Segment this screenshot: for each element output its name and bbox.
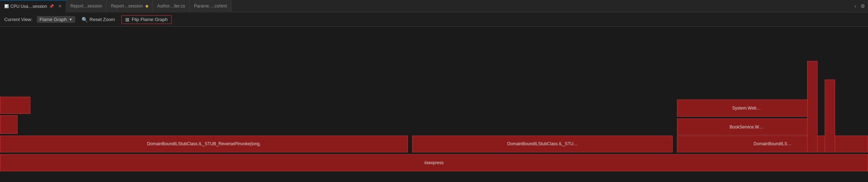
tab-settings-button[interactable]: ⚙ bbox=[859, 2, 867, 10]
pin-icon: 📌 bbox=[49, 4, 54, 8]
flame-graph-area: iisexpress DomainBoundILStubClass.IL_STU… bbox=[0, 27, 868, 182]
tab-cpu-session[interactable]: 📊 CPU Usa…session 📌 ✕ bbox=[0, 0, 66, 12]
bar-domain2-label: DomainBoundILStubClass.IL_STU… bbox=[507, 141, 578, 146]
chevron-down-icon: ▼ bbox=[69, 17, 72, 21]
tab-icon-cpu: 📊 bbox=[4, 4, 9, 8]
current-view-label: Current View: bbox=[4, 17, 33, 22]
bar-systemweb[interactable]: System.Web… bbox=[677, 100, 816, 117]
zoom-icon: 🔍 bbox=[82, 17, 88, 22]
tab-label-author: Author…ller.cs bbox=[157, 4, 185, 9]
bar-small1[interactable] bbox=[0, 97, 30, 114]
reset-zoom-button[interactable]: 🔍 Reset Zoom bbox=[79, 16, 117, 23]
tab-report1[interactable]: Report…session bbox=[66, 0, 107, 12]
bar-small2[interactable] bbox=[0, 115, 18, 134]
bar-domain1-label: DomainBoundILStubClass.IL_STUB_ReversePI… bbox=[147, 141, 261, 146]
flip-flame-graph-label: Flip Flame Graph bbox=[132, 17, 167, 22]
tab-bar: 📊 CPU Usa…session 📌 ✕ Report…session Rep… bbox=[0, 0, 868, 12]
tab-label-parame: Parame….cshtml bbox=[194, 4, 227, 9]
bar-systemweb-label: System.Web… bbox=[732, 106, 761, 111]
bar-domain2[interactable]: DomainBoundILStubClass.IL_STU… bbox=[412, 136, 673, 153]
bar-tall2[interactable] bbox=[825, 80, 835, 152]
tab-parame[interactable]: Parame….cshtml bbox=[190, 0, 231, 12]
bar-domain3[interactable]: DomainBoundILS… bbox=[677, 136, 868, 153]
bar-bookservice-label: BookService.W… bbox=[730, 125, 763, 130]
tab-label-report1: Report…session bbox=[70, 4, 102, 9]
view-select-text: Flame Graph bbox=[40, 17, 67, 22]
tab-actions: › ⚙ bbox=[853, 2, 868, 10]
tab-label-cpu: CPU Usa…session bbox=[10, 4, 47, 9]
view-select[interactable]: Flame Graph ▼ bbox=[37, 16, 75, 23]
bar-domain1[interactable]: DomainBoundILStubClass.IL_STUB_ReversePI… bbox=[0, 136, 408, 153]
tab-label-report2: Report…session bbox=[111, 4, 143, 9]
toolbar: Current View: Flame Graph ▼ 🔍 Reset Zoom… bbox=[0, 12, 868, 27]
flip-flame-graph-button[interactable]: ⊠ Flip Flame Graph bbox=[121, 15, 171, 24]
bar-tall1[interactable] bbox=[807, 61, 818, 153]
reset-zoom-label: Reset Zoom bbox=[89, 17, 115, 22]
tab-overflow-button[interactable]: › bbox=[853, 2, 858, 10]
tab-close-cpu[interactable]: ✕ bbox=[58, 4, 62, 9]
tab-report2[interactable]: Report…session bbox=[107, 0, 153, 12]
bar-iisexpress-label: iisexpress bbox=[424, 160, 443, 165]
bar-domain3-label: DomainBoundILS… bbox=[754, 141, 791, 146]
bar-bookservice[interactable]: BookService.W… bbox=[677, 118, 816, 136]
tab-author[interactable]: Author…ller.cs bbox=[153, 0, 190, 12]
flip-icon: ⊠ bbox=[125, 17, 130, 22]
tab-dot-report2 bbox=[146, 5, 148, 7]
bar-iisexpress[interactable]: iisexpress bbox=[0, 154, 868, 171]
